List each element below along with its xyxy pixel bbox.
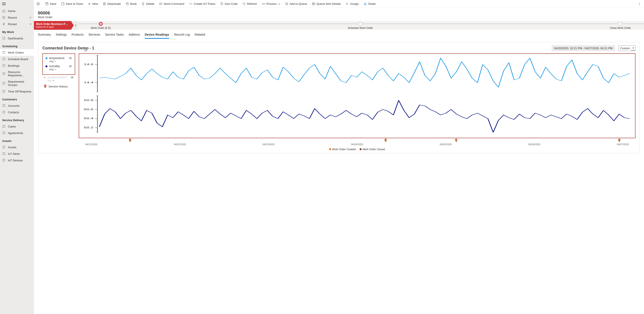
svg-rect-4 — [3, 64, 5, 66]
hamburger-icon[interactable] — [2, 2, 6, 5]
eye-icon[interactable] — [69, 56, 72, 60]
tab-record-log[interactable]: Record Log — [174, 32, 190, 39]
svg-rect-7 — [3, 90, 5, 92]
refresh-button[interactable]: Refresh — [240, 1, 259, 7]
sidebar-item-cases[interactable]: Cases — [0, 123, 34, 130]
tab-products[interactable]: Products — [72, 32, 84, 39]
svg-rect-26 — [262, 4, 263, 4]
tab-row: SummarySettingsProductsServicesService T… — [34, 30, 644, 39]
save-button[interactable]: Save — [43, 1, 58, 7]
sidebar-item-schedule-board[interactable]: Schedule Board — [0, 56, 34, 62]
sidebar-item-contacts[interactable]: Contacts — [0, 109, 34, 116]
x-tick: 04/22/2020 — [174, 143, 186, 146]
clock-icon — [2, 16, 6, 19]
process-button[interactable]: Process — [260, 1, 282, 7]
bpf-collapse-button[interactable] — [74, 21, 78, 30]
generic-icon — [2, 158, 6, 162]
service-history-pin-icon[interactable] — [455, 139, 458, 142]
sidebar-item-pinned[interactable]: Pinned — [0, 21, 34, 27]
sidebar-item-home[interactable]: Home — [0, 8, 34, 14]
bpf-flag[interactable]: Work Order Business Pro... Active for 6 … — [34, 21, 71, 30]
chevron-down-icon — [29, 23, 32, 25]
service-history-pin-icon[interactable] — [384, 139, 387, 142]
chart-more-button[interactable] — [631, 48, 635, 53]
legend-item-accelerometerZ[interactable]: accelerometerZavg — [42, 75, 75, 83]
sidebar-item-requirement-groups[interactable]: Requirement Groups — [0, 78, 34, 88]
book-button[interactable]: Book — [124, 1, 139, 7]
send-icon — [159, 2, 162, 6]
svg-rect-1 — [3, 37, 5, 39]
tab-related[interactable]: Related — [194, 32, 205, 39]
save-close-button[interactable]: Save & Close — [59, 1, 85, 7]
tab-settings[interactable]: Settings — [56, 32, 67, 39]
new-button[interactable]: New — [86, 1, 100, 7]
tab-services[interactable]: Services — [88, 32, 100, 39]
create-iot-flows-button[interactable]: Create IoT Flows — [187, 1, 218, 7]
tab-address[interactable]: Address — [129, 32, 140, 39]
generic-icon — [2, 125, 6, 128]
sidebar-item-work-orders[interactable]: Work Orders — [0, 49, 34, 56]
svg-rect-21 — [126, 3, 128, 5]
sidebar-item-accounts[interactable]: Accounts — [0, 102, 34, 109]
svg-rect-22 — [160, 3, 162, 5]
service-history-pin-icon[interactable] — [618, 139, 620, 142]
device-readings-panel: Connected Device Demo - 1 04/20/2020, 10… — [34, 39, 644, 156]
sidebar-item-dashboards[interactable]: Dashboards — [0, 35, 34, 42]
sidebar-item-iot-devices[interactable]: IoT Devices — [0, 157, 34, 164]
sidebar-item-resource-requireme-[interactable]: Resource Requireme... — [0, 69, 34, 78]
eye-icon[interactable] — [69, 64, 72, 68]
bpf-stage[interactable]: Close Work Order — [610, 21, 631, 30]
sidebar-item-bookings[interactable]: Bookings — [0, 62, 34, 69]
layers-button[interactable] — [84, 48, 88, 53]
add-to-queue-button[interactable]: Add to Queue — [283, 1, 309, 7]
back-button[interactable] — [35, 1, 41, 7]
sidebar-item-iot-alerts[interactable]: IoT Alerts — [0, 150, 34, 157]
legend-item-temperature[interactable]: temperatureavg — [44, 56, 74, 64]
svg-text:14.4: 14.4 — [84, 81, 93, 84]
svg-rect-5 — [3, 72, 5, 74]
eye-icon[interactable] — [70, 76, 74, 79]
legend-item-humidity[interactable]: humidityavg — [44, 64, 74, 72]
left-rail: HomeRecentPinned My WorkDashboardsSchedu… — [0, 0, 34, 314]
bpf-stage[interactable]: Work Order (6 D) — [91, 21, 111, 30]
more-vertical-icon — [638, 2, 641, 6]
svg-text:50.2: 50.2 — [84, 126, 93, 129]
svg-rect-6 — [3, 82, 5, 84]
generic-icon — [2, 131, 6, 134]
tab-summary[interactable]: Summary — [38, 32, 51, 39]
sidebar-item-agreements[interactable]: Agreements — [0, 130, 34, 136]
layers-icon — [84, 48, 88, 52]
date-range[interactable]: 04/20/2020, 10:21 PM - 04/27/2020, 04:21… — [552, 45, 615, 51]
share-button[interactable]: Share — [361, 1, 378, 7]
pin-icon — [44, 84, 47, 88]
geo-code-button[interactable]: Geo Code — [218, 1, 240, 7]
sidebar-item-assets[interactable]: Assets — [0, 144, 34, 150]
svg-point-35 — [70, 66, 70, 66]
svg-rect-11 — [3, 132, 5, 134]
svg-rect-2 — [3, 52, 5, 53]
refresh-icon — [242, 2, 246, 6]
bpf-stage[interactable]: Schedule Work Order — [348, 21, 373, 30]
sidebar-group-header: Scheduling — [0, 42, 34, 49]
record-subtitle: Work Order — [38, 16, 640, 19]
tab-device-readings[interactable]: Device Readings — [145, 32, 169, 39]
generic-icon — [2, 64, 6, 67]
deactivate-button[interactable]: Deactivate — [100, 1, 123, 7]
chart[interactable]: 14.414.650.250.450.650.8 — [80, 54, 634, 137]
delete-button[interactable]: Delete — [139, 1, 156, 7]
sidebar-item-recent[interactable]: Recent — [0, 14, 34, 21]
overflow-button[interactable] — [636, 1, 643, 7]
tab-service-tasks[interactable]: Service Tasks — [105, 32, 124, 39]
queue-item-details-button[interactable]: Queue Item Details — [310, 1, 343, 7]
service-history-pin-icon[interactable] — [129, 139, 132, 142]
service-history-toggle[interactable]: Service History — [42, 83, 75, 88]
svg-text:50.6: 50.6 — [84, 108, 93, 110]
process-icon — [262, 2, 265, 6]
svg-point-56 — [456, 139, 457, 140]
delete-icon — [142, 2, 145, 6]
send-command-button[interactable]: Send Command — [157, 1, 186, 7]
assign-button[interactable]: Assign — [344, 1, 361, 7]
sidebar-item-time-off-requests[interactable]: Time Off Requests — [0, 88, 34, 95]
bpf-stage-bar: Work Order Business Pro... Active for 6 … — [34, 21, 644, 30]
chevron-down-icon — [278, 3, 280, 5]
